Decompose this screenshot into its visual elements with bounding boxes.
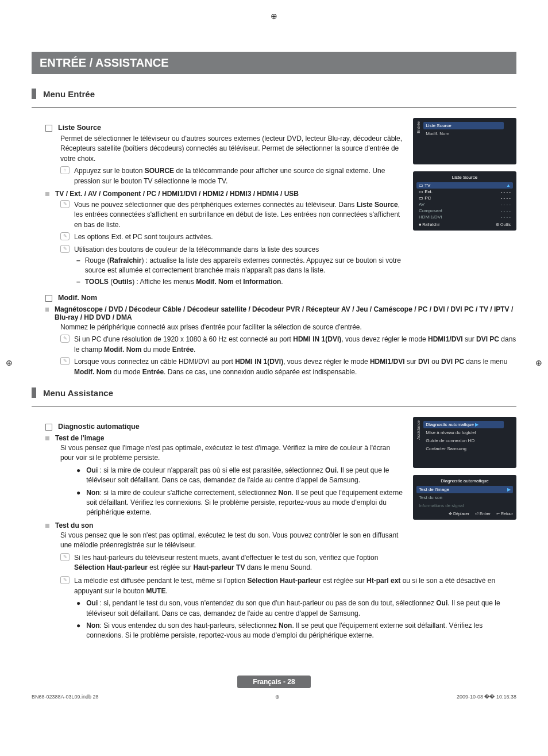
bullet: ● Oui : si, pendant le test du son, vous… (76, 598, 516, 619)
text: Nommez le périphérique connecté aux pris… (60, 323, 516, 332)
note-icon: ✎ (60, 200, 70, 208)
osd-item: ▭ PC- - - - (416, 195, 513, 201)
text: Si vous pensez que l'image n'est pas opt… (60, 443, 405, 463)
osd-item: Liste Source (423, 122, 504, 129)
note: ✎ Les options Ext. et PC sont toujours a… (60, 232, 405, 242)
osd-menu-entree: Entrée Liste Source Modif. Nom (413, 118, 516, 164)
osd-item: Guide de connexion HD (423, 437, 504, 444)
section-heading-entree: Menu Entrée (32, 89, 516, 99)
osd-item: AV- - - - (416, 201, 513, 208)
note: ✎ La mélodie est diffusée pendant le tes… (60, 576, 516, 596)
note: ✎ Si les haut-parleurs du téléviseur res… (60, 553, 405, 573)
registration-mark-top-icon: ⊕ (271, 11, 277, 21)
note: ✎ Lorsque vous connectez un câble HDMI/D… (60, 357, 516, 377)
bullet: ● Non: Si vous entendez du son des haut-… (76, 621, 516, 641)
osd-liste-source: Liste Source ▭ TV▲ ▭ Ext.- - - - ▭ PC- -… (413, 171, 516, 231)
registration-mark-right-icon: ⊕ (535, 358, 542, 367)
osd-item: HDMI1/DVI- - - - (416, 214, 513, 220)
heading-liste-source: Liste Source (32, 124, 405, 132)
text: Récepteurs satellite (boîtiers décodeurs… (60, 144, 405, 164)
note: ✎ Utilisation des boutons de couleur de … (60, 245, 405, 255)
osd-diagnostic: Diagnostic automatique Test de l'image ▶… (413, 475, 516, 520)
registration-mark-bottom-icon: ⊕ (275, 694, 280, 700)
subheading-sources-list: TV / Ext. / AV / Component / PC / HDMI1/… (32, 190, 405, 198)
note: ✎ Vous ne pouvez sélectionner que des pé… (60, 200, 405, 230)
heading-diagnostic: Diagnostic automatique (32, 423, 405, 431)
note: ✎ Si un PC d'une résolution de 1920 x 10… (60, 335, 516, 355)
chapter-title: ENTRÉE / ASSISTANCE (32, 52, 516, 74)
note-icon: ✎ (60, 245, 70, 253)
note-icon: ✎ (60, 335, 70, 343)
osd-item: Contacter Samsung (423, 445, 504, 452)
osd-item: ▭ TV▲ (416, 182, 513, 189)
heading-modif-nom: Modif. Nom (32, 294, 516, 302)
remote-icon: ⌂ (60, 166, 70, 174)
osd-menu-assistance: Assistance Diagnostic automatique ▶ Mise… (413, 417, 516, 468)
note-icon: ✎ (60, 576, 70, 584)
subheading-test-son: Test du son (32, 521, 405, 529)
subheading-test-image: Test de l'image (32, 434, 405, 442)
registration-mark-left-icon: ⊕ (6, 358, 13, 367)
dash-item: – TOOLS (Outils) : Affiche les menus Mod… (76, 277, 405, 287)
dash-item: – Rouge (Rafraîchir) : actualise la list… (76, 256, 405, 276)
page-footer-badge: Français - 28 (237, 676, 311, 688)
osd-item: Diagnostic automatique ▶ (423, 421, 504, 428)
osd-item: Composant- - - - (416, 208, 513, 214)
osd-item: Modif. Nom (423, 130, 504, 137)
osd-item: ▭ Ext.- - - - (416, 189, 513, 195)
note-icon: ✎ (60, 357, 70, 365)
text: Si vous pensez que le son n'est pas opti… (60, 531, 405, 551)
osd-item: Test de l'image ▶ (416, 486, 513, 493)
osd-item: Mise à niveau du logiciel (423, 429, 504, 436)
note-icon: ✎ (60, 553, 70, 561)
bullet: ● Oui : si la mire de couleur n'apparaît… (76, 466, 405, 486)
osd-item: Informations de signal (416, 502, 513, 509)
note-icon: ✎ (60, 232, 70, 240)
section-heading-assistance: Menu Assistance (32, 387, 516, 398)
print-footer: BN68-02388A-03L09.indb 28 ⊕ 2009-10-08 �… (32, 694, 516, 700)
text: Permet de sélectionner le téléviseur ou … (60, 134, 405, 144)
subheading-device-names: Magnétoscope / DVD / Décodeur Câble / Dé… (32, 305, 516, 321)
osd-item: Test du son (416, 494, 513, 501)
bullet: ● Non: si la mire de couleur s'affiche c… (76, 488, 405, 518)
note: ⌂ Appuyez sur le bouton SOURCE de la tél… (60, 166, 405, 186)
